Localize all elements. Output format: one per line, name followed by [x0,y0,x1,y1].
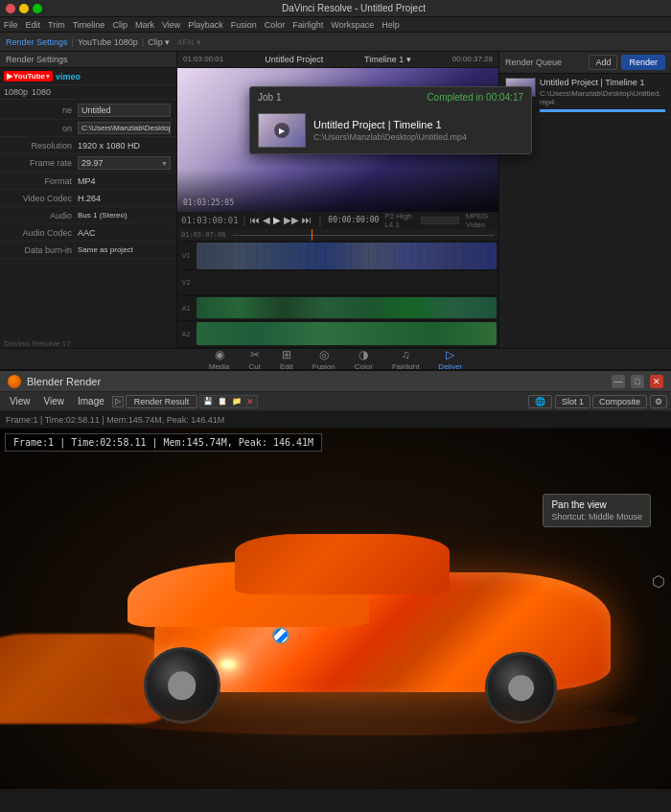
slot-dropdown[interactable]: Slot 1 [555,395,590,408]
location-label: on [6,124,78,133]
toolbar-clip[interactable]: Clip ▾ [148,37,170,47]
deliver-icon: ▷ [446,348,454,361]
blender-menu-view2[interactable]: View [38,395,71,407]
audio-codec-row: Audio Codec AAC [0,224,176,242]
davinci-toolbar: Render Settings | YouTube 1080p | Clip ▾… [0,33,671,52]
tab-cut-label: Cut [249,362,261,370]
tab-media-label: Media [209,362,230,370]
tab-color-label: Color [355,362,373,370]
preview-timecode-overlay: 01:03:25:05 [183,198,234,207]
start-render-btn[interactable]: Render [621,55,665,70]
job-popup-play-btn[interactable]: ▶ [274,123,289,138]
blender-extra-btn[interactable]: ⚙ [650,395,667,408]
blender-menu-image[interactable]: Image [72,395,110,407]
tab-cut[interactable]: ✂ Cut [249,348,261,370]
menu-playback[interactable]: Playback [188,20,223,30]
menu-edit[interactable]: Edit [26,20,41,30]
blender-status-text: Frame:1 | Time:02:58.11 | Mem:145.74M, P… [6,415,224,425]
toolbar-youtube[interactable]: YouTube 1080p [78,37,138,47]
transport-play[interactable]: ▶ [273,215,281,225]
filename-label: ne [6,105,78,115]
menu-mark[interactable]: Mark [135,20,154,30]
filename-value[interactable]: Untitled [78,104,171,117]
close-result-icon[interactable]: ✕ [244,397,256,406]
audio-track-1: A1 [177,296,498,321]
globe-btn[interactable]: 🌐 [528,395,552,408]
menu-file[interactable]: File [4,20,18,30]
toolbar-render-settings[interactable]: Render Settings [6,37,68,47]
tooltip-title: Pan the view [551,499,642,510]
framerate-label: Frame rate [6,158,78,168]
timeline-name[interactable]: Timeline 1 ▾ [364,55,411,64]
vimeo-preset-btn[interactable]: vimeo [56,72,81,81]
blender-menu-view1[interactable]: View [4,395,36,407]
settings-form: ne Untitled on C:\Users\Manzlab\Desktop … [0,100,176,261]
blender-titlebar: Blender Render — □ ✕ [0,371,671,392]
menu-fusion[interactable]: Fusion [231,20,257,30]
transport-forward[interactable]: ▶▶ [284,215,299,225]
tab-color[interactable]: ◑ Color [355,348,373,370]
render-result-dropdown[interactable]: Render Result [126,395,198,408]
transport-back[interactable]: ◀ [263,215,270,225]
tab-edit[interactable]: ⊞ Edit [280,348,293,370]
playhead-timecode: 01:03:07:06 [181,231,225,239]
menu-timeline[interactable]: Timeline [73,20,105,30]
tab-media[interactable]: ◉ Media [209,348,230,370]
resolution-row-value: 1920 x 1080 HD [78,141,171,151]
frame-info-text: Frame:1 | Time:02:58.11 | Mem:145.74M, P… [13,437,313,448]
transport-end[interactable]: ⏭ [302,215,312,225]
timeline-scrubber[interactable] [421,217,459,224]
format-row: Format MP4 [0,173,176,190]
render-queue-title: Render Queue [505,58,562,67]
minimize-btn[interactable] [19,4,29,13]
blender-render-area[interactable]: Frame:1 | Time:02:58.11 | Mem:145.74M, P… [0,429,671,789]
audio-label: Audio [6,211,78,220]
close-btn[interactable] [6,4,15,13]
transport-rewind[interactable]: ⏮ [250,215,260,225]
project-name-center: Untitled Project [265,55,323,64]
framerate-select[interactable]: 29.97 [78,156,171,170]
folder-icon[interactable]: 📁 [230,397,243,406]
tab-deliver[interactable]: ▷ Deliver [438,348,462,370]
menu-workspace[interactable]: Workspace [331,20,374,30]
composite-dropdown[interactable]: Composite [592,395,647,408]
render-settings-panel: Render Settings ▶ YouTube ▾ vimeo 1080p … [0,52,177,348]
render-result-icons: 💾 📋 📁 ✕ [199,395,258,408]
blender-close-btn[interactable]: ✕ [650,375,663,388]
edit-icon: ⊞ [282,348,291,361]
add-to-queue-btn[interactable]: Add [589,55,617,70]
resolution-row-label: Resolution [6,141,78,151]
tab-fairlight[interactable]: ♫ Fairlight [392,348,419,370]
window-controls[interactable] [6,4,42,13]
audio-track-2: A2 [177,321,498,348]
audio-row: Audio Bus 1 (Stereo) [0,207,176,224]
menu-trim[interactable]: Trim [48,20,65,30]
video-track-1: V1 [177,242,498,270]
car-reflection [101,703,637,735]
blender-minimize-btn[interactable]: — [612,375,625,388]
menu-help[interactable]: Help [382,20,400,30]
blender-tool-icon-1[interactable]: ▷ [112,396,124,407]
format-tag: MPEG Video [466,212,495,229]
resolution-row: Resolution 1920 x 1080 HD [0,137,176,154]
cut-icon: ✂ [250,348,260,361]
timecode-display: 00:00:00:00 [328,216,379,224]
youtube-preset-btn[interactable]: ▶ YouTube ▾ [4,71,53,81]
job-progress-fill [540,109,665,112]
blender-win-controls[interactable]: — □ ✕ [612,375,663,388]
menu-color[interactable]: Color [265,20,286,30]
save-icon[interactable]: 💾 [201,397,215,406]
pan-cursor-icon: ⬡ [652,572,665,591]
menu-fairlight[interactable]: Fairlight [292,20,323,30]
blender-maximize-btn[interactable]: □ [631,375,644,388]
tab-fusion[interactable]: ◎ Fusion [312,348,336,370]
timeline-ruler: 01:03:07:06 [177,229,498,242]
maximize-btn[interactable] [33,4,42,13]
transport-controls: 01:03:00:01 | ⏮ ◀ ▶ ▶▶ ⏭ | 00:00:00:00 P… [177,212,498,230]
copy-icon[interactable]: 📋 [216,397,229,406]
menu-view[interactable]: View [162,20,180,30]
location-value[interactable]: C:\Users\Manzlab\Desktop [78,122,171,134]
car-render [101,519,637,735]
menu-clip[interactable]: Clip [112,20,127,30]
job-popup-body: ▶ Untitled Project | Timeline 1 C:\Users… [250,107,531,153]
